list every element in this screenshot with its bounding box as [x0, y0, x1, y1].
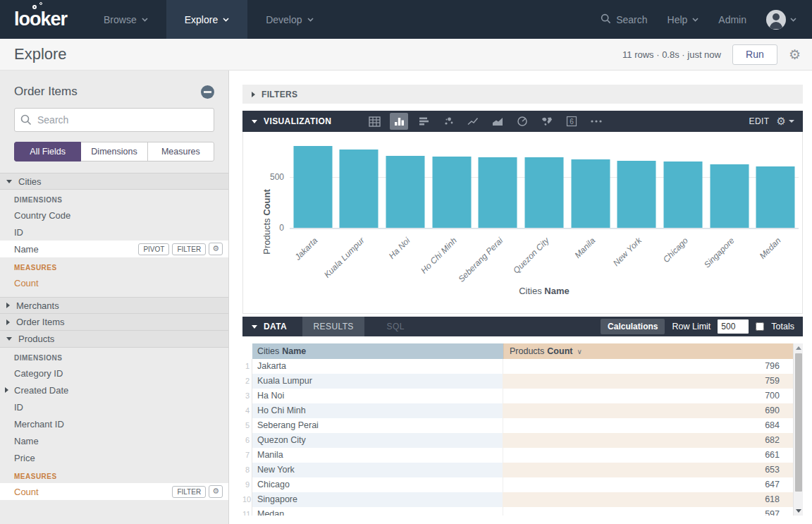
line-chart-icon[interactable] [464, 113, 482, 130]
cell-city-name[interactable]: Singapore [252, 492, 503, 507]
bar[interactable] [525, 157, 564, 228]
field-created-date[interactable]: Created Date [0, 382, 228, 398]
filters-section-header[interactable]: FILTERS [242, 85, 803, 104]
x-tick-label: Manila [573, 236, 598, 260]
bar[interactable] [386, 156, 425, 228]
scroll-up-icon[interactable] [794, 343, 803, 353]
triangle-down-icon[interactable] [252, 325, 257, 329]
cell-products-count[interactable]: 700 [503, 389, 793, 403]
bar[interactable] [710, 164, 749, 228]
gear-icon[interactable]: ⚙ [209, 485, 223, 497]
view-section-merchants[interactable]: Merchants [0, 297, 228, 314]
cell-city-name[interactable]: Jakarta [252, 359, 503, 374]
field-cities-name[interactable]: Name PIVOT FILTER ⚙ [0, 240, 228, 257]
main-content: FILTERS VISUALIZATION 6 [229, 71, 812, 524]
field-merchant-id[interactable]: Merchant ID [0, 415, 228, 432]
map-chart-icon[interactable] [538, 113, 556, 130]
bar[interactable] [293, 146, 332, 228]
more-chart-types-icon[interactable] [587, 113, 605, 130]
view-section-products[interactable]: Products [0, 331, 228, 348]
table-scrollbar[interactable] [793, 343, 803, 516]
cell-city-name[interactable]: New York [252, 463, 503, 477]
bar[interactable] [756, 166, 795, 228]
cell-city-name[interactable]: Quezon City [252, 433, 503, 448]
bar[interactable] [340, 150, 379, 228]
bar[interactable] [617, 161, 656, 228]
filter-button[interactable]: FILTER [172, 243, 206, 255]
collapse-sidebar-icon[interactable] [201, 85, 214, 99]
field-country-code[interactable]: Country Code [0, 207, 228, 224]
cell-city-name[interactable]: Kuala Lumpur [252, 374, 503, 389]
cell-products-count[interactable]: 618 [503, 492, 793, 507]
cell-products-count[interactable]: 759 [503, 374, 793, 389]
nav-item-develop[interactable]: Develop [247, 0, 331, 39]
nav-help[interactable]: Help [668, 14, 699, 25]
nav-search[interactable]: Search [601, 13, 647, 26]
calculations-button[interactable]: Calculations [601, 319, 665, 334]
column-chart-icon[interactable] [390, 113, 408, 130]
cell-products-count[interactable]: 661 [503, 448, 793, 463]
group-heading-dimensions: DIMENSIONS [0, 348, 228, 365]
triangle-down-icon[interactable] [252, 120, 257, 123]
scrollbar-thumb[interactable] [795, 353, 802, 492]
search-icon [20, 114, 32, 128]
nav-item-browse[interactable]: Browse [85, 0, 166, 39]
tab-results[interactable]: RESULTS [302, 317, 364, 336]
column-header-cities-name[interactable]: CitiesName [252, 343, 503, 359]
cell-products-count[interactable]: 653 [503, 463, 793, 477]
bar[interactable] [571, 159, 610, 228]
run-button[interactable]: Run [732, 44, 777, 65]
cell-city-name[interactable]: Chicago [252, 477, 503, 492]
field-cities-count[interactable]: Count [0, 274, 228, 291]
search-input[interactable] [14, 108, 214, 132]
cell-products-count[interactable]: 647 [503, 477, 793, 492]
cell-products-count[interactable]: 597 [503, 507, 793, 516]
cell-products-count[interactable]: 796 [503, 359, 793, 374]
row-number: 3 [242, 389, 252, 403]
results-table: CitiesName ProductsCount ∨ 1Jakarta7962K… [242, 343, 803, 516]
area-chart-icon[interactable] [488, 113, 507, 130]
bar[interactable] [663, 162, 702, 228]
table-chart-icon[interactable] [365, 113, 383, 130]
nav-admin[interactable]: Admin [718, 14, 746, 25]
cell-city-name[interactable]: Ha Noi [252, 389, 503, 403]
cell-city-name[interactable]: Medan [252, 507, 503, 516]
tab-dimensions[interactable]: Dimensions [81, 142, 147, 162]
field-cities-id[interactable]: ID [0, 224, 228, 240]
viz-settings-gear[interactable]: ⚙ [777, 115, 794, 128]
edit-button[interactable]: EDIT [749, 116, 770, 126]
pie-chart-icon[interactable] [513, 113, 531, 130]
scroll-down-icon[interactable] [794, 506, 803, 516]
view-section-order-items[interactable]: Order Items [0, 314, 228, 331]
cell-products-count[interactable]: 684 [503, 418, 793, 433]
tab-measures[interactable]: Measures [148, 142, 214, 162]
field-products-name[interactable]: Name [0, 432, 228, 449]
field-price[interactable]: Price [0, 449, 228, 466]
cell-city-name[interactable]: Seberang Perai [252, 418, 503, 433]
bar-chart-icon[interactable] [414, 113, 433, 130]
field-category-id[interactable]: Category ID [0, 365, 228, 382]
bar[interactable] [432, 157, 471, 228]
view-section-cities[interactable]: Cities [0, 173, 228, 190]
gear-icon[interactable]: ⚙ [209, 243, 223, 255]
tab-sql[interactable]: SQL [364, 317, 426, 336]
looker-logo[interactable]: looker [14, 0, 67, 39]
tab-all-fields[interactable]: All Fields [14, 142, 81, 162]
field-products-id[interactable]: ID [0, 398, 228, 415]
bar[interactable] [479, 157, 517, 228]
cell-products-count[interactable]: 682 [503, 433, 793, 448]
totals-checkbox[interactable] [756, 322, 764, 331]
pivot-button[interactable]: PIVOT [138, 243, 169, 255]
filter-button[interactable]: FILTER [172, 486, 206, 498]
cell-products-count[interactable]: 690 [503, 403, 793, 418]
scatter-chart-icon[interactable] [439, 113, 457, 130]
nav-item-explore[interactable]: Explore [166, 0, 247, 39]
gear-icon[interactable]: ⚙ [789, 48, 801, 61]
cell-city-name[interactable]: Manila [252, 448, 503, 463]
row-limit-input[interactable] [718, 319, 749, 334]
field-products-count[interactable]: Count FILTER ⚙ [0, 483, 228, 500]
single-value-icon[interactable]: 6 [562, 113, 581, 130]
column-header-products-count[interactable]: ProductsCount ∨ [503, 343, 793, 359]
cell-city-name[interactable]: Ho Chi Minh [252, 403, 503, 418]
user-menu[interactable] [766, 10, 796, 30]
